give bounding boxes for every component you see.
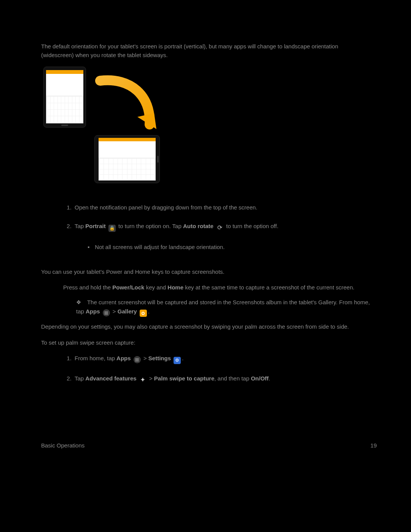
rotate-arrow-icon	[92, 75, 157, 140]
palm-setup-label: To set up palm swipe screen capture:	[41, 338, 372, 347]
svg-point-16	[135, 361, 136, 361]
svg-point-6	[107, 313, 108, 313]
apps-icon	[103, 309, 110, 316]
svg-marker-0	[137, 113, 156, 129]
rotation-steps: Open the notification panel by dragging …	[41, 203, 372, 251]
svg-point-17	[137, 361, 137, 361]
portrait-lock-icon: 🔒	[108, 225, 116, 232]
footer-page-number: 19	[370, 441, 377, 450]
apps-icon	[134, 356, 141, 363]
svg-point-15	[138, 359, 139, 360]
step-2: Tap Portrait 🔒 to turn the option on. Ta…	[73, 222, 372, 251]
svg-point-10	[135, 358, 136, 359]
svg-point-7	[105, 314, 105, 315]
tablet-portrait	[43, 67, 86, 128]
svg-point-8	[106, 314, 107, 315]
page-footer: Basic Operations 19	[41, 441, 377, 450]
svg-point-9	[107, 314, 108, 315]
palm-swipe-para: Depending on your settings, you may also…	[41, 322, 372, 331]
palm-step-1: From home, tap Apps > Settings ⚙.	[73, 354, 372, 364]
press-hold-block: Press and hold the Power/Lock key and Ho…	[41, 283, 372, 317]
stored-note: The current screenshot will be captured …	[76, 298, 372, 317]
svg-point-11	[137, 358, 137, 359]
palm-step-2: Tap Advanced features ✦ > Palm swipe to …	[73, 374, 372, 384]
svg-point-13	[135, 359, 136, 360]
screenshot-intro: You can use your tablet's Power and Home…	[41, 267, 372, 276]
advanced-features-icon: ✦	[139, 376, 147, 383]
svg-point-4	[105, 313, 105, 313]
svg-point-3	[107, 312, 108, 312]
step-1-text: Open the notification panel by dragging …	[75, 204, 257, 211]
footer-section: Basic Operations	[41, 441, 84, 450]
svg-point-2	[106, 312, 107, 312]
svg-point-1	[105, 312, 105, 312]
svg-point-18	[138, 361, 139, 361]
tablet-landscape	[94, 135, 160, 183]
svg-point-5	[106, 313, 107, 313]
orientation-note: Not all screens will adjust for landscap…	[88, 243, 372, 251]
auto-rotate-icon: ⟳	[216, 224, 223, 232]
settings-icon: ⚙	[174, 357, 181, 364]
svg-point-12	[138, 358, 139, 359]
gallery-icon: ✿	[140, 310, 147, 317]
palm-steps: From home, tap Apps > Settings ⚙. Tap Ad…	[41, 354, 372, 383]
rotation-illustration	[41, 67, 372, 192]
intro-text: The default orientation for your tablet'…	[41, 42, 372, 60]
step-1: Open the notification panel by dragging …	[73, 203, 372, 212]
svg-point-14	[137, 359, 137, 360]
